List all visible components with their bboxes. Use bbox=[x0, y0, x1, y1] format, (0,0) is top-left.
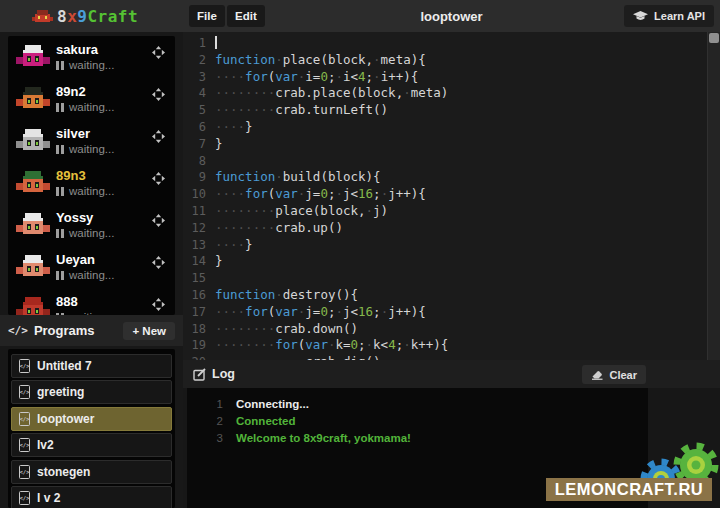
player-status: waiting... bbox=[56, 227, 114, 239]
player-status-text: waiting... bbox=[69, 59, 114, 71]
code-text: } bbox=[215, 136, 223, 153]
program-file-icon: </> bbox=[19, 438, 30, 452]
player-row[interactable]: 89n2 waiting... bbox=[8, 78, 175, 120]
line-number: 4 bbox=[183, 85, 215, 102]
program-file-icon: </> bbox=[19, 385, 30, 399]
code-text: function·place(block,·meta){ bbox=[215, 52, 426, 69]
program-row[interactable]: </> lv2 bbox=[11, 433, 172, 457]
code-line[interactable]: 14 } bbox=[183, 253, 720, 270]
code-text: ····} bbox=[215, 119, 253, 136]
locate-player-icon[interactable] bbox=[152, 256, 165, 269]
code-line[interactable]: 11 ········place(block,·j) bbox=[183, 203, 720, 220]
code-line[interactable]: 19 ········for(var·k=0;·k<4;·k++){ bbox=[183, 337, 720, 354]
graduation-cap-icon bbox=[633, 11, 648, 22]
player-row[interactable]: silver waiting... bbox=[8, 120, 175, 162]
code-text: ····for(var·j=0;·j<16;·j++){ bbox=[215, 186, 426, 203]
text-cursor bbox=[215, 36, 217, 49]
code-line[interactable]: 1 bbox=[183, 35, 720, 52]
line-number: 11 bbox=[183, 203, 215, 220]
code-line[interactable]: 15 bbox=[183, 270, 720, 287]
code-line[interactable]: 3 ····for(var·i=0;·i<4;·i++){ bbox=[183, 69, 720, 86]
code-line[interactable]: 9 function·build(block){ bbox=[183, 169, 720, 186]
locate-player-icon[interactable] bbox=[152, 298, 165, 311]
code-line[interactable]: 5 ········crab.turnLeft() bbox=[183, 102, 720, 119]
locate-player-icon[interactable] bbox=[152, 130, 165, 143]
code-text: } bbox=[215, 253, 223, 270]
code-text: ····for(var·j=0;·j<16;·j++){ bbox=[215, 304, 426, 321]
program-file-icon: </> bbox=[19, 359, 30, 373]
program-file-icon: </> bbox=[19, 465, 30, 479]
code-line[interactable]: 8 bbox=[183, 153, 720, 170]
program-name: l v 2 bbox=[37, 491, 60, 505]
pause-icon bbox=[56, 145, 64, 154]
learn-api-label: Learn API bbox=[654, 10, 705, 22]
code-line[interactable]: 17 ····for(var·j=0;·j<16;·j++){ bbox=[183, 304, 720, 321]
code-line[interactable]: 10 ····for(var·j=0;·j<16;·j++){ bbox=[183, 186, 720, 203]
code-text: ········crab.down() bbox=[215, 321, 358, 338]
code-line[interactable]: 2 function·place(block,·meta){ bbox=[183, 52, 720, 69]
program-row[interactable]: </> Untitled 7 bbox=[11, 354, 172, 378]
svg-text:</>: </> bbox=[20, 389, 30, 395]
code-text: ········place(block,·j) bbox=[215, 203, 388, 220]
svg-text:</>: </> bbox=[20, 495, 30, 501]
logo-text: 8x9Craft bbox=[57, 7, 138, 26]
code-line[interactable]: 13 ····} bbox=[183, 237, 720, 254]
line-number: 5 bbox=[183, 102, 215, 119]
line-number: 17 bbox=[183, 304, 215, 321]
player-status: waiting... bbox=[56, 185, 114, 197]
player-name: silver bbox=[56, 126, 90, 141]
crab-logo-icon bbox=[32, 9, 53, 24]
crab-avatar-icon bbox=[16, 44, 50, 69]
log-line-text: Welcome to 8x9craft, yokmama! bbox=[236, 432, 411, 444]
program-row[interactable]: </> greeting bbox=[11, 380, 172, 404]
code-line[interactable]: 7 } bbox=[183, 136, 720, 153]
code-text bbox=[215, 35, 217, 52]
player-row[interactable]: Yossy waiting... bbox=[8, 204, 175, 246]
learn-api-button[interactable]: Learn API bbox=[624, 5, 714, 27]
player-status-text: waiting... bbox=[69, 185, 114, 197]
line-number: 8 bbox=[183, 153, 215, 170]
pause-icon bbox=[56, 187, 64, 196]
program-name: greeting bbox=[37, 385, 84, 399]
locate-player-icon[interactable] bbox=[152, 46, 165, 59]
line-number: 7 bbox=[183, 136, 215, 153]
code-editor[interactable]: 1 2 function·place(block,·meta){ 3 ····f… bbox=[183, 32, 720, 360]
code-line[interactable]: 18 ········crab.down() bbox=[183, 321, 720, 338]
player-status-text: waiting... bbox=[69, 101, 114, 113]
log-line-text: Connecting... bbox=[236, 398, 309, 410]
line-number: 1 bbox=[183, 35, 215, 52]
pause-icon bbox=[56, 271, 64, 280]
program-row[interactable]: </> stonegen bbox=[11, 460, 172, 484]
locate-player-icon[interactable] bbox=[152, 172, 165, 185]
code-text: function·build(block){ bbox=[215, 169, 381, 186]
locate-player-icon[interactable] bbox=[152, 88, 165, 101]
new-program-button[interactable]: + New bbox=[123, 322, 175, 340]
line-number: 6 bbox=[183, 119, 215, 136]
player-name: sakura bbox=[56, 42, 98, 57]
player-row[interactable]: Ueyan waiting... bbox=[8, 246, 175, 288]
editor-scrollbar[interactable] bbox=[707, 32, 720, 360]
log-header: Log Clear bbox=[183, 360, 720, 388]
code-line[interactable]: 4 ········crab.place(block,·meta) bbox=[183, 85, 720, 102]
code-line[interactable]: 16 function·destroy(){ bbox=[183, 287, 720, 304]
locate-player-icon[interactable] bbox=[152, 214, 165, 227]
code-text: ········crab.turnLeft() bbox=[215, 102, 388, 119]
editor-scrollbar-thumb[interactable] bbox=[709, 33, 719, 43]
player-row[interactable]: 89n3 waiting... bbox=[8, 162, 175, 204]
player-status: waiting... bbox=[56, 269, 114, 281]
top-bar: 8x9Craft File Edit looptower Learn API bbox=[0, 0, 720, 32]
program-row[interactable]: </> looptower bbox=[11, 407, 172, 431]
clear-log-button[interactable]: Clear bbox=[582, 365, 646, 384]
program-row[interactable]: </> l v 2 bbox=[11, 486, 172, 508]
crab-avatar-icon bbox=[16, 254, 50, 279]
app-window: 8x9Craft File Edit looptower Learn API s bbox=[0, 0, 720, 508]
svg-text:</>: </> bbox=[20, 416, 30, 422]
program-file-icon: </> bbox=[19, 412, 30, 426]
player-name: 89n2 bbox=[56, 84, 86, 99]
code-line[interactable]: 12 ········crab.up() bbox=[183, 220, 720, 237]
code-line[interactable]: 6 ····} bbox=[183, 119, 720, 136]
player-row[interactable]: sakura waiting... bbox=[8, 36, 175, 78]
programs-header-label: Programs bbox=[34, 323, 95, 338]
player-row[interactable]: 888 waiting... bbox=[8, 288, 175, 315]
code-text: ········crab.up() bbox=[215, 220, 343, 237]
